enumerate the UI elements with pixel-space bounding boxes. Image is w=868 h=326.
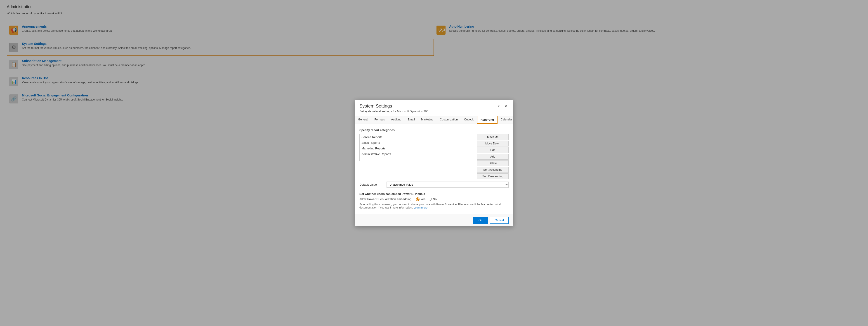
- add-button[interactable]: Add: [477, 154, 508, 160]
- categories-layout: Service Reports Sales Reports Marketing …: [360, 134, 508, 179]
- powerbi-radio-group: Yes No: [416, 197, 437, 201]
- modal-header: System Settings Set system-level setting…: [355, 100, 513, 116]
- tab-general[interactable]: General: [355, 116, 371, 124]
- category-administrative-reports[interactable]: Administrative Reports: [360, 151, 475, 157]
- powerbi-no-option[interactable]: No: [429, 197, 437, 201]
- powerbi-allow-label: Allow Power BI visualization embedding: [360, 197, 411, 201]
- tab-calendar[interactable]: Calendar: [498, 116, 513, 124]
- sort-ascending-button[interactable]: Sort Ascending: [477, 167, 508, 173]
- modal-header-left: System Settings Set system-level setting…: [360, 104, 429, 113]
- default-value-label: Default Value: [360, 183, 382, 186]
- tab-marketing[interactable]: Marketing: [418, 116, 437, 124]
- system-settings-modal: System Settings Set system-level setting…: [355, 100, 513, 226]
- modal-footer: OK Cancel: [355, 214, 513, 226]
- categories-section-title: Specify report categories: [360, 128, 508, 132]
- sort-descending-button[interactable]: Sort Descending: [477, 173, 508, 179]
- move-up-button[interactable]: Move Up: [477, 134, 508, 140]
- powerbi-yes-option[interactable]: Yes: [416, 197, 426, 201]
- tab-customization[interactable]: Customization: [437, 116, 461, 124]
- ok-button[interactable]: OK: [473, 217, 488, 224]
- modal-title: System Settings: [360, 104, 429, 109]
- tab-reporting[interactable]: Reporting: [477, 116, 498, 124]
- move-down-button[interactable]: Move Down: [477, 141, 508, 146]
- powerbi-no-label: No: [433, 197, 437, 201]
- modal-body: Specify report categories Service Report…: [355, 124, 513, 214]
- modal-header-actions: ? ✕: [496, 104, 508, 109]
- tab-outlook[interactable]: Outlook: [461, 116, 477, 124]
- modal-overlay: System Settings Set system-level setting…: [0, 0, 868, 326]
- category-sales-reports[interactable]: Sales Reports: [360, 140, 475, 145]
- powerbi-learn-more-link[interactable]: Learn more: [413, 206, 427, 209]
- modal-help-button[interactable]: ?: [496, 104, 501, 109]
- delete-button[interactable]: Delete: [477, 160, 508, 166]
- categories-buttons: Move Up Move Down Edit Add Delete Sort A…: [477, 134, 508, 179]
- category-marketing-reports[interactable]: Marketing Reports: [360, 145, 475, 151]
- powerbi-note: By enabling this command, you consent to…: [360, 203, 508, 209]
- edit-button[interactable]: Edit: [477, 147, 508, 153]
- category-service-reports[interactable]: Service Reports: [360, 134, 475, 140]
- powerbi-yes-radio[interactable]: [416, 197, 420, 201]
- tab-auditing[interactable]: Auditing: [388, 116, 404, 124]
- powerbi-note-text: By enabling this command, you consent to…: [360, 203, 501, 209]
- powerbi-yes-label: Yes: [421, 197, 426, 201]
- default-value-row: Default Value Unassigned Value Service R…: [360, 182, 508, 188]
- report-categories-section: Specify report categories Service Report…: [360, 128, 508, 188]
- powerbi-no-radio[interactable]: [429, 198, 432, 200]
- categories-list[interactable]: Service Reports Sales Reports Marketing …: [360, 134, 475, 161]
- powerbi-row: Allow Power BI visualization embedding Y…: [360, 197, 508, 201]
- modal-tabs: General Formats Auditing Email Marketing…: [355, 116, 513, 124]
- tab-formats[interactable]: Formats: [371, 116, 388, 124]
- tab-email[interactable]: Email: [405, 116, 418, 124]
- cancel-button[interactable]: Cancel: [490, 217, 508, 224]
- modal-close-button[interactable]: ✕: [503, 104, 508, 109]
- default-value-select[interactable]: Unassigned Value Service Reports Sales R…: [386, 182, 508, 188]
- powerbi-title: Set whether users can embed Power BI vis…: [360, 192, 508, 196]
- powerbi-section: Set whether users can embed Power BI vis…: [360, 192, 508, 209]
- modal-subtitle: Set system-level settings for Microsoft …: [360, 110, 429, 113]
